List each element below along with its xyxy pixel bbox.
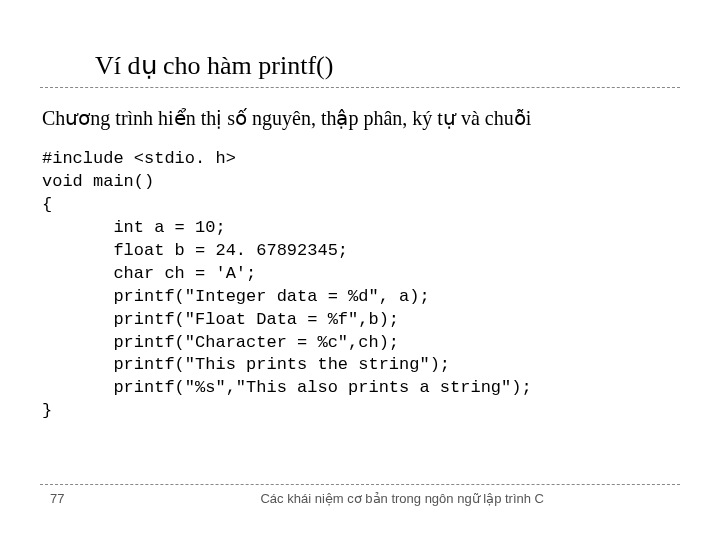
code-line: printf("Integer data = %d", a); (42, 287, 430, 306)
code-line: float b = 24. 67892345; (42, 241, 348, 260)
code-line: { (42, 195, 52, 214)
slide-title: Ví dụ cho hàm printf() (40, 50, 680, 88)
page-number: 77 (40, 491, 64, 506)
code-line: printf("Character = %c",ch); (42, 333, 399, 352)
code-line: void main() (42, 172, 154, 191)
code-line: printf("This prints the string"); (42, 355, 450, 374)
code-line: #include <stdio. h> (42, 149, 236, 168)
code-line: printf("Float Data = %f",b); (42, 310, 399, 329)
slide-footer: 77 Các khái niệm cơ bản trong ngôn ngữ l… (40, 484, 680, 506)
slide: Ví dụ cho hàm printf() Chương trình hiển… (0, 0, 720, 540)
code-line: char ch = 'A'; (42, 264, 256, 283)
code-block: #include <stdio. h> void main() { int a … (40, 148, 680, 423)
code-line: printf("%s","This also prints a string")… (42, 378, 532, 397)
slide-subtitle: Chương trình hiển thị số nguyên, thập ph… (40, 106, 680, 130)
code-line: int a = 10; (42, 218, 226, 237)
code-line: } (42, 401, 52, 420)
footer-text: Các khái niệm cơ bản trong ngôn ngữ lập … (64, 491, 680, 506)
